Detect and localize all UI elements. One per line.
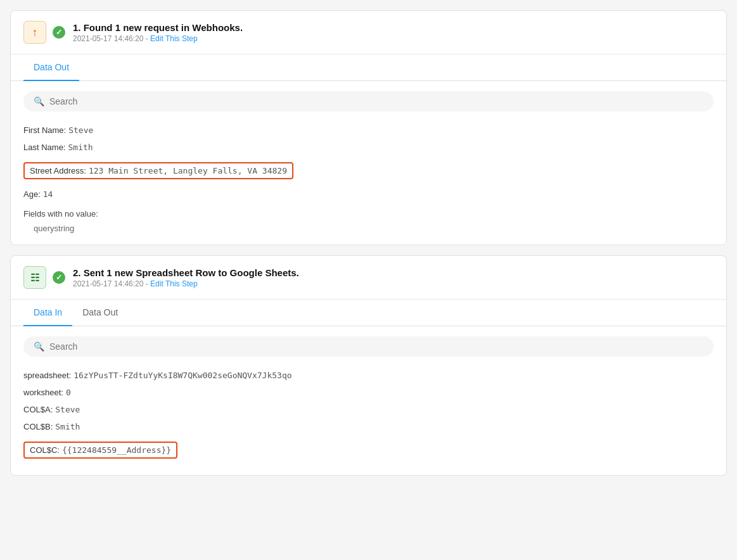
table-row: Last Name: Smith <box>23 139 714 156</box>
step1-search-input[interactable] <box>49 96 703 106</box>
field-value-spreadsheet: 16zYPusTT-FZdtuYyKsI8W7QKw002seGoNQVx7Jk… <box>74 371 292 380</box>
step2-search-input[interactable] <box>49 341 703 352</box>
field-value-worksheet: 0 <box>66 388 71 397</box>
step1-title: 1. Found 1 new request in Webhooks. <box>73 22 243 33</box>
step1-check-icon <box>53 26 65 39</box>
step2-search-bar[interactable]: 🔍 <box>23 336 714 357</box>
table-row: worksheet: 0 <box>23 384 714 401</box>
field-value-colc: {{122484559__Address}} <box>62 445 171 455</box>
field-value-age: 14 <box>43 189 53 199</box>
field-label-colc: COL$C: <box>30 445 60 455</box>
step1-meta: 2021-05-17 14:46:20 - Edit This Step <box>73 34 243 43</box>
step1-search-bar[interactable]: 🔍 <box>23 91 714 111</box>
webhook-icon-wrapper: ↑ <box>23 21 46 44</box>
table-row: Street Address: 123 Main Street, Langley… <box>23 156 714 186</box>
webhook-icon: ↑ <box>32 26 38 39</box>
sheets-icon: ☷ <box>30 272 39 284</box>
step1-header: ↑ 1. Found 1 new request in Webhooks. 20… <box>11 11 726 54</box>
step1-edit-link[interactable]: Edit This Step <box>150 34 197 43</box>
table-row: First Name: Steve <box>23 122 714 139</box>
highlighted-street-address: Street Address: 123 Main Street, Langley… <box>23 162 293 179</box>
sheets-icon-wrapper: ☷ <box>23 266 46 289</box>
no-value-section: Fields with no value: querystring <box>23 205 714 234</box>
step1-timestamp: 2021-05-17 14:46:20 - <box>73 34 150 43</box>
step2-tab-content: 🔍 spreadsheet: 16zYPusTT-FZdtuYyKsI8W7QK… <box>11 326 726 475</box>
step2-meta: 2021-05-17 14:46:20 - Edit This Step <box>73 279 299 288</box>
tab-data-out-step1[interactable]: Data Out <box>23 54 79 81</box>
table-row: COL$C: {{122484559__Address}} <box>23 435 714 465</box>
field-value-firstname: Steve <box>68 125 93 135</box>
field-value-colb: Smith <box>55 422 80 431</box>
field-label-colb: COL$B: <box>23 422 53 431</box>
field-label-cola: COL$A: <box>23 405 53 414</box>
step1-tab-content: 🔍 First Name: Steve Last Name: Smith Str… <box>11 81 726 245</box>
step2-title: 2. Sent 1 new Spreadsheet Row to Google … <box>73 267 299 278</box>
field-label-firstname: First Name: <box>23 125 66 135</box>
step2-edit-link[interactable]: Edit This Step <box>150 279 197 288</box>
no-value-item: querystring <box>23 222 714 234</box>
step2-card: ☷ 2. Sent 1 new Spreadsheet Row to Googl… <box>10 255 727 476</box>
field-label-lastname: Last Name: <box>23 143 65 152</box>
field-value-lastname: Smith <box>68 143 93 152</box>
field-value-cola: Steve <box>55 405 80 414</box>
field-label-street: Street Address: <box>30 166 86 175</box>
step2-search-icon: 🔍 <box>34 341 44 352</box>
step2-timestamp: 2021-05-17 14:46:20 - <box>73 279 150 288</box>
step1-search-icon: 🔍 <box>34 96 44 106</box>
no-value-label: Fields with no value: <box>23 205 714 222</box>
table-row: COL$A: Steve <box>23 401 714 418</box>
step1-header-text: 1. Found 1 new request in Webhooks. 2021… <box>73 22 243 43</box>
step1-card: ↑ 1. Found 1 new request in Webhooks. 20… <box>10 10 727 245</box>
table-row: spreadsheet: 16zYPusTT-FZdtuYyKsI8W7QKw0… <box>23 367 714 384</box>
highlighted-colc: COL$C: {{122484559__Address}} <box>23 442 177 459</box>
step2-header-text: 2. Sent 1 new Spreadsheet Row to Google … <box>73 267 299 288</box>
field-label-worksheet: worksheet: <box>23 388 63 397</box>
table-row: COL$B: Smith <box>23 418 714 435</box>
step2-tabs: Data In Data Out <box>11 300 726 326</box>
field-label-spreadsheet: spreadsheet: <box>23 371 71 380</box>
tab-data-in-step2[interactable]: Data In <box>23 300 72 326</box>
field-value-street: 123 Main Street, Langley Falls, VA 34829 <box>89 166 287 175</box>
step1-tabs: Data Out <box>11 54 726 81</box>
step2-check-icon <box>53 271 65 284</box>
field-label-age: Age: <box>23 189 41 199</box>
tab-data-out-step2[interactable]: Data Out <box>72 300 128 326</box>
step2-header: ☷ 2. Sent 1 new Spreadsheet Row to Googl… <box>11 256 726 300</box>
table-row: Age: 14 <box>23 186 714 203</box>
